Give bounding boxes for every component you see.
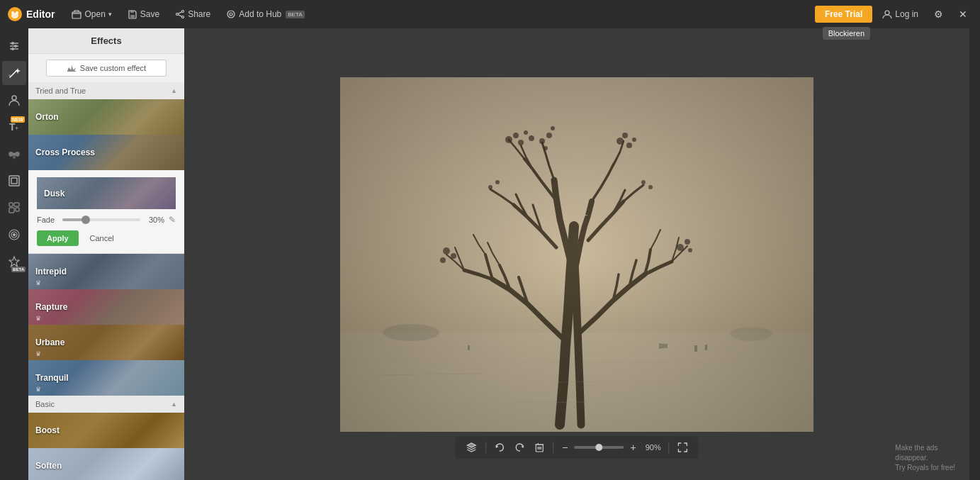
section-basic[interactable]: Basic ▲ bbox=[28, 396, 184, 413]
iconbar-textures[interactable] bbox=[2, 196, 26, 220]
svg-rect-4 bbox=[72, 12, 81, 18]
svg-rect-70 bbox=[340, 77, 813, 432]
frame-icon bbox=[8, 174, 21, 187]
svg-point-20 bbox=[11, 48, 14, 50]
effect-dusk[interactable]: Dusk bbox=[37, 177, 176, 209]
undo-icon bbox=[495, 442, 505, 452]
beta-badge: BETA bbox=[286, 11, 304, 18]
redo-icon bbox=[514, 442, 524, 452]
canvas-area: − + 90% Make the ads disappear. Try Ro bbox=[184, 28, 969, 480]
svg-text:+: + bbox=[15, 125, 18, 132]
zoom-in-icon: + bbox=[630, 442, 636, 453]
zoom-out-button[interactable]: − bbox=[558, 440, 571, 455]
effect-soften[interactable]: Soften bbox=[28, 448, 184, 480]
toolbar-separator-2 bbox=[553, 442, 553, 453]
texture-icon bbox=[8, 201, 21, 214]
bottom-toolbar: − + 90% bbox=[455, 436, 698, 459]
svg-point-32 bbox=[13, 234, 16, 236]
svg-rect-28 bbox=[9, 208, 14, 213]
effect-boost[interactable]: Boost bbox=[28, 413, 184, 448]
iconbar-effects[interactable] bbox=[2, 61, 26, 85]
login-button[interactable]: Log in bbox=[877, 6, 924, 22]
topbar: Editor Open ▾ Save Share Add to Hub BETA… bbox=[0, 0, 980, 28]
apply-button[interactable]: Apply bbox=[37, 230, 79, 246]
photo-container bbox=[340, 77, 813, 432]
user-icon bbox=[882, 9, 892, 19]
iconbar-radial[interactable] bbox=[2, 223, 26, 247]
fade-slider[interactable] bbox=[62, 218, 140, 221]
save-icon bbox=[128, 9, 137, 19]
effect-tranquil[interactable]: Tranquil ♛ bbox=[28, 360, 184, 396]
svg-point-9 bbox=[176, 13, 179, 16]
svg-rect-25 bbox=[11, 178, 17, 184]
effects-list: Tried and True ▲ Orton Cross Process Dus… bbox=[28, 82, 184, 480]
svg-rect-26 bbox=[9, 203, 13, 206]
svg-line-10 bbox=[179, 15, 182, 17]
svg-point-14 bbox=[885, 11, 889, 15]
save-custom-effect-button[interactable]: Save custom effect bbox=[46, 60, 167, 77]
logo-icon bbox=[7, 6, 23, 22]
free-trial-button[interactable]: Free Trial bbox=[815, 6, 872, 23]
intrepid-crown-icon: ♛ bbox=[35, 279, 41, 286]
fullscreen-icon bbox=[678, 442, 688, 452]
svg-rect-6 bbox=[130, 11, 134, 13]
fade-edit-icon[interactable]: ✎ bbox=[169, 215, 176, 225]
svg-rect-29 bbox=[16, 208, 19, 211]
effect-intrepid[interactable]: Intrepid ♛ bbox=[28, 254, 184, 289]
iconbar-hdr[interactable]: BETA bbox=[2, 250, 26, 274]
urbane-crown-icon: ♛ bbox=[35, 350, 41, 357]
hub-icon bbox=[226, 9, 236, 19]
save-button[interactable]: Save bbox=[122, 6, 165, 22]
share-button[interactable]: Share bbox=[169, 6, 216, 22]
effect-rapture[interactable]: Rapture ♛ bbox=[28, 289, 184, 325]
svg-line-11 bbox=[179, 12, 182, 14]
layers-button[interactable] bbox=[462, 440, 480, 455]
zoom-percent: 90% bbox=[646, 443, 661, 452]
open-chevron: ▾ bbox=[108, 11, 112, 18]
svg-point-3 bbox=[16, 11, 18, 14]
iconbar-text[interactable]: T + NEW bbox=[2, 115, 26, 139]
dusk-actions: Apply Cancel bbox=[37, 230, 176, 246]
svg-point-16 bbox=[11, 42, 14, 45]
magic-icon bbox=[8, 67, 21, 79]
crown-icon bbox=[67, 64, 77, 72]
open-button[interactable]: Open ▾ bbox=[66, 6, 117, 22]
svg-rect-5 bbox=[130, 15, 135, 18]
add-to-hub-button[interactable]: Add to Hub BETA bbox=[220, 6, 310, 22]
redo-button[interactable] bbox=[511, 440, 528, 454]
fullscreen-button[interactable] bbox=[675, 440, 692, 454]
chevron-tried: ▲ bbox=[171, 87, 177, 94]
zoom-slider-container bbox=[574, 446, 624, 449]
iconbar-frames[interactable] bbox=[2, 169, 26, 193]
logo: Editor bbox=[7, 6, 55, 22]
effect-cross-process[interactable]: Cross Process bbox=[28, 135, 184, 170]
delete-icon bbox=[534, 442, 544, 452]
rapture-crown-icon: ♛ bbox=[35, 315, 41, 322]
effect-urbane[interactable]: Urbane ♛ bbox=[28, 325, 184, 360]
effects-panel-title: Effects bbox=[28, 28, 184, 54]
svg-point-7 bbox=[182, 11, 184, 13]
iconbar-adjustments[interactable] bbox=[2, 34, 26, 58]
effect-orton[interactable]: Orton bbox=[28, 99, 184, 135]
section-tried-and-true[interactable]: Tried and True ▲ bbox=[28, 82, 184, 99]
logo-text: Editor bbox=[26, 9, 55, 20]
svg-point-8 bbox=[182, 16, 184, 18]
zoom-in-button[interactable]: + bbox=[626, 440, 639, 455]
open-icon bbox=[72, 9, 81, 19]
blockieren-tooltip: Blockieren bbox=[823, 27, 870, 40]
settings-button[interactable]: ⚙ bbox=[928, 6, 949, 23]
svg-point-21 bbox=[12, 96, 16, 100]
chevron-basic: ▲ bbox=[171, 401, 177, 408]
zoom-slider[interactable] bbox=[574, 446, 624, 449]
main-area: T + NEW bbox=[0, 28, 980, 480]
iconbar-overlays[interactable] bbox=[2, 142, 26, 166]
cancel-button[interactable]: Cancel bbox=[84, 230, 120, 246]
layers-icon bbox=[466, 442, 477, 453]
fade-control: Fade 30% ✎ bbox=[37, 215, 176, 225]
zoom-out-icon: − bbox=[562, 442, 568, 453]
delete-button[interactable] bbox=[531, 440, 548, 454]
close-button[interactable]: ✕ bbox=[953, 6, 973, 23]
undo-button[interactable] bbox=[491, 440, 508, 454]
iconbar-portrait[interactable] bbox=[2, 88, 26, 112]
tranquil-crown-icon: ♛ bbox=[35, 386, 41, 393]
